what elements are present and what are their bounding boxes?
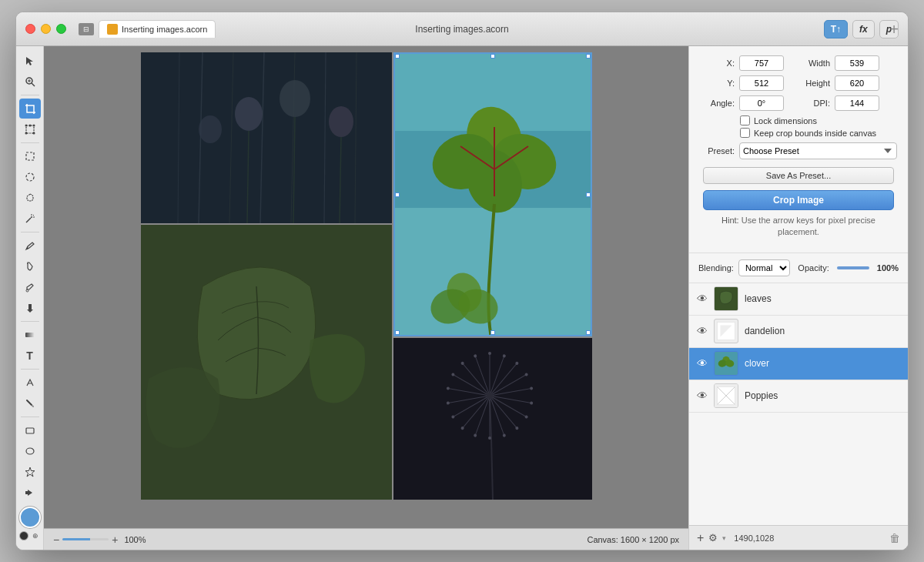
transform-tool[interactable] <box>19 119 41 139</box>
image-canvas <box>141 52 592 500</box>
star-tool[interactable] <box>19 462 41 482</box>
crop-handle-bl[interactable] <box>395 330 400 335</box>
blending-label: Blending: <box>698 263 734 273</box>
svg-point-12 <box>25 132 27 135</box>
text-tool[interactable]: T <box>19 346 41 366</box>
layer-thumb-clover <box>714 351 738 376</box>
crop-tool[interactable] <box>19 99 41 119</box>
x-input[interactable] <box>739 55 784 71</box>
brush-tool[interactable] <box>19 393 41 413</box>
maximize-button[interactable] <box>56 24 66 34</box>
svg-point-13 <box>32 132 35 135</box>
preset-select[interactable]: Choose Preset <box>739 142 897 159</box>
paint-tool[interactable] <box>19 256 41 276</box>
zoom-slider[interactable] <box>62 538 109 540</box>
minimize-button[interactable] <box>41 24 51 34</box>
fx-button[interactable]: fx <box>852 20 875 38</box>
background-color[interactable] <box>19 531 28 540</box>
crop-handle-tl[interactable] <box>395 54 400 59</box>
ellipse-shape-tool[interactable] <box>19 441 41 461</box>
layer-item-poppies[interactable]: 👁 Poppies <box>689 380 908 413</box>
svg-point-10 <box>25 125 27 127</box>
layer-item-dandelion[interactable]: 👁 dandelion <box>689 316 908 348</box>
layer-eye-leaves[interactable]: 👁 <box>697 293 708 305</box>
svg-line-22 <box>27 263 28 264</box>
add-layer-button[interactable]: + <box>697 531 704 545</box>
crop-handle-ml[interactable] <box>395 192 400 197</box>
zoom-level: 100% <box>124 535 146 544</box>
tool-divider-5 <box>21 369 39 370</box>
color-swatch-area: ⊕ <box>19 507 41 545</box>
clover-svg <box>395 54 592 336</box>
blending-mode-select[interactable]: Normal <box>738 259 790 276</box>
gradient-tool[interactable] <box>19 325 41 345</box>
angle-row: Angle: DPI: <box>700 95 897 111</box>
crop-handle-tm[interactable] <box>490 54 495 59</box>
svg-rect-4 <box>27 105 34 112</box>
dpi-input[interactable] <box>835 95 879 111</box>
magic-wand-tool[interactable] <box>19 209 41 229</box>
size-row: Y: Height <box>700 75 897 91</box>
dropper-tool[interactable] <box>19 277 41 297</box>
layer-eye-poppies[interactable]: 👁 <box>697 390 708 402</box>
delete-layer-button[interactable]: 🗑 <box>889 532 900 544</box>
tool-divider-1 <box>21 95 39 95</box>
magnify-tool[interactable] <box>19 72 41 92</box>
pen-tool[interactable] <box>19 373 41 393</box>
layer-eye-clover[interactable]: 👁 <box>697 357 708 370</box>
keep-crop-label: Keep crop bounds inside canvas <box>754 129 876 138</box>
close-button[interactable] <box>25 24 35 34</box>
y-input[interactable] <box>739 75 784 91</box>
hint-label: Hint: <box>721 216 742 225</box>
height-label: Height <box>799 79 830 88</box>
crop-handle-mr[interactable] <box>586 192 591 197</box>
text-tool-button[interactable]: T↑ <box>824 20 848 38</box>
layer-settings-button[interactable]: ⚙ <box>708 532 718 544</box>
ellipse-select-tool[interactable] <box>19 167 41 187</box>
layer-eye-dandelion[interactable]: 👁 <box>697 325 708 337</box>
width-input[interactable] <box>835 55 879 71</box>
canvas-scroll[interactable] <box>44 46 688 528</box>
window-tab[interactable]: Inserting images.acorn <box>99 20 216 38</box>
angle-input[interactable] <box>739 95 784 111</box>
canvas-wrapper <box>44 46 688 528</box>
crop-handle-tr[interactable] <box>586 54 591 59</box>
lock-dimensions-checkbox[interactable] <box>740 115 750 125</box>
opacity-slider[interactable] <box>837 266 869 269</box>
crop-image-button[interactable]: Crop Image <box>703 190 894 210</box>
pencil-tool[interactable] <box>19 236 41 256</box>
layer-item-leaves[interactable]: 👁 leaves <box>689 283 908 316</box>
rect-select-tool[interactable] <box>19 146 41 166</box>
canvas-info: Canvas: 1600 × 1200 px <box>587 535 679 544</box>
width-label: Width <box>799 59 830 68</box>
zoom-tool-small[interactable]: ⊕ <box>31 531 40 540</box>
poppies-image <box>141 52 392 223</box>
keep-crop-checkbox[interactable] <box>740 128 750 138</box>
add-tab-button[interactable]: + <box>889 20 899 38</box>
foreground-color[interactable] <box>19 507 41 528</box>
zoom-in-button[interactable]: + <box>112 534 118 546</box>
toolbar-right: T↑ fx p <box>824 20 899 38</box>
angle-label: Angle: <box>700 99 735 108</box>
save-preset-button[interactable]: Save As Preset... <box>703 167 894 184</box>
svg-point-27 <box>26 448 34 454</box>
fill-tool[interactable] <box>19 298 41 318</box>
crop-handle-br[interactable] <box>586 330 591 335</box>
x-label: X: <box>700 59 735 68</box>
rect-shape-tool[interactable] <box>19 420 41 440</box>
window-icon: ⊟ <box>79 23 94 35</box>
layers-footer: + ⚙ ▾ 1490,1028 🗑 <box>689 525 908 550</box>
crop-handle-bm[interactable] <box>490 330 495 335</box>
opacity-label: Opacity: <box>798 263 829 273</box>
tool-divider-4 <box>21 321 39 322</box>
arrow-shape-tool[interactable] <box>19 483 41 503</box>
lasso-tool[interactable] <box>19 188 41 208</box>
arrow-tool[interactable] <box>19 51 41 71</box>
inspector-section: X: Width Y: Height Angle: <box>689 46 908 253</box>
layer-name-leaves: leaves <box>745 293 772 304</box>
height-input[interactable] <box>835 75 879 91</box>
svg-point-88 <box>488 437 491 440</box>
zoom-out-button[interactable]: − <box>53 534 59 546</box>
layer-name-dandelion: dandelion <box>745 326 785 336</box>
layer-item-clover[interactable]: 👁 clover <box>689 348 908 380</box>
